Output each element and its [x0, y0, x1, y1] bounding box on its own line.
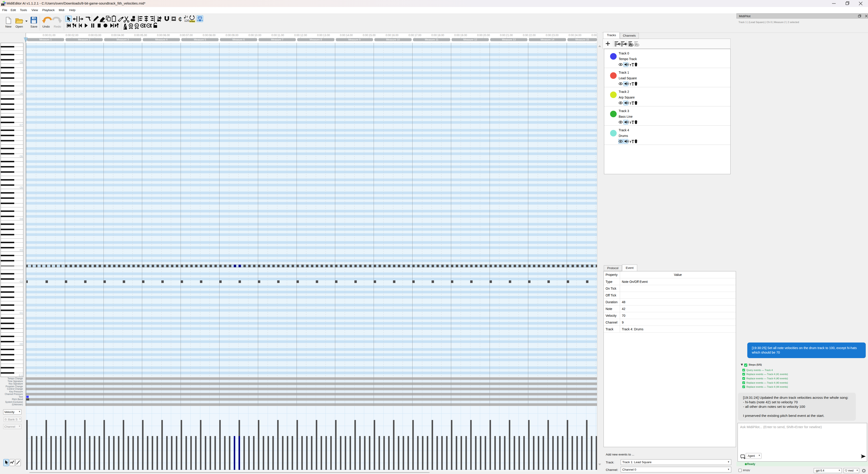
svg-text:0:00:06.00: 0:00:06.00	[157, 34, 170, 37]
svg-text:0:00:14.00: 0:00:14.00	[340, 34, 353, 37]
svg-text:Measure 11: Measure 11	[425, 38, 438, 41]
svg-text:0:00:05.00: 0:00:05.00	[134, 34, 147, 37]
svg-text:Measure 8: Measure 8	[310, 38, 322, 41]
svg-text:Channel Pressure: Channel Pressure	[5, 393, 23, 396]
svg-text:0:00:18.00: 0:00:18.00	[431, 34, 444, 37]
svg-text:Time Signature: Time Signature	[8, 380, 23, 382]
svg-text:Undo: Undo	[42, 25, 50, 28]
svg-text:0:00:10.00: 0:00:10.00	[248, 34, 261, 37]
svg-text:Key Pressure: Key Pressure	[9, 390, 23, 393]
svg-text:Measure 6: Measure 6	[232, 38, 245, 41]
svg-text:FFXIV: FFXIV	[189, 20, 195, 23]
svg-text:(Unknown): (Unknown)	[12, 403, 23, 406]
svg-text:Measure 1: Measure 1	[39, 38, 52, 41]
svg-text:C6: C6	[20, 155, 23, 158]
svg-text:0:00:12.00: 0:00:12.00	[294, 34, 307, 37]
svg-text:0:00:13.00: 0:00:13.00	[317, 34, 330, 37]
svg-text:120: 120	[184, 19, 189, 22]
svg-text:Save: Save	[31, 25, 37, 28]
svg-text:Text: Text	[19, 396, 23, 398]
svg-text:Measure 5: Measure 5	[194, 38, 206, 41]
svg-text:Control Change: Control Change	[7, 388, 23, 390]
svg-text:0:00:07.00: 0:00:07.00	[180, 34, 193, 37]
svg-text:Measure 3: Measure 3	[117, 38, 129, 41]
svg-text:C1: C1	[20, 312, 23, 314]
svg-text:C4: C4	[20, 218, 23, 220]
svg-text:0:00:22.00: 0:00:22.00	[523, 34, 536, 37]
svg-text:C3: C3	[20, 249, 23, 251]
svg-text:Redo: Redo	[54, 25, 61, 28]
svg-text:Measure 7: Measure 7	[271, 38, 283, 41]
svg-text:C0: C0	[20, 343, 23, 345]
svg-text:Key Signature: Key Signature	[8, 382, 23, 385]
svg-text:C-1: C-1	[19, 374, 23, 377]
svg-text:0:00:19.00: 0:00:19.00	[454, 34, 467, 37]
svg-text:C8: C8	[20, 92, 23, 95]
svg-text:Pitch Bend: Pitch Bend	[12, 398, 23, 401]
svg-text:0:00:17.00: 0:00:17.00	[408, 34, 421, 37]
svg-text:0:00:03.00: 0:00:03.00	[88, 34, 101, 37]
svg-text:Measure 4: Measure 4	[155, 38, 168, 41]
svg-text:Open: Open	[16, 25, 23, 28]
svg-text:Measure 15: Measure 15	[575, 38, 589, 41]
svg-text:Measure 9: Measure 9	[348, 38, 361, 41]
svg-text:0:00:24.00: 0:00:24.00	[568, 34, 581, 37]
svg-text:0:00:16.00: 0:00:16.00	[385, 34, 399, 37]
svg-text:0:00:01.00: 0:00:01.00	[43, 34, 56, 37]
svg-text:0:00:21.00: 0:00:21.00	[500, 34, 513, 37]
svg-text:New: New	[5, 25, 11, 28]
svg-text:Measure 14: Measure 14	[540, 38, 554, 41]
svg-text:Measure 13: Measure 13	[502, 38, 516, 41]
svg-text:Tempo Change: Tempo Change	[7, 377, 23, 380]
svg-text:¢: ¢	[178, 15, 182, 23]
svg-text:Measure 12: Measure 12	[463, 38, 477, 41]
svg-text:0:00:11.00: 0:00:11.00	[272, 34, 284, 37]
svg-text:Program Change: Program Change	[6, 385, 23, 388]
svg-text:C9: C9	[20, 61, 23, 64]
svg-text:0:00:04.00: 0:00:04.00	[111, 34, 124, 37]
svg-text:C7: C7	[20, 124, 23, 126]
svg-text:System Exclusive: System Exclusive	[5, 401, 23, 403]
svg-text:0:00:15.00: 0:00:15.00	[363, 34, 376, 37]
svg-text:0:00:09.00: 0:00:09.00	[225, 34, 239, 37]
svg-text:0:00:02.00: 0:00:02.00	[66, 34, 79, 37]
svg-text:C2: C2	[20, 280, 23, 283]
svg-text:C5: C5	[20, 186, 23, 189]
svg-text:0:00:23.00: 0:00:23.00	[546, 34, 559, 37]
svg-text:0:00:08.00: 0:00:08.00	[203, 34, 216, 37]
svg-text:Measure 2: Measure 2	[78, 38, 90, 41]
svg-text:0:00:20.00: 0:00:20.00	[477, 34, 490, 37]
svg-text:Measure 10: Measure 10	[386, 38, 400, 41]
